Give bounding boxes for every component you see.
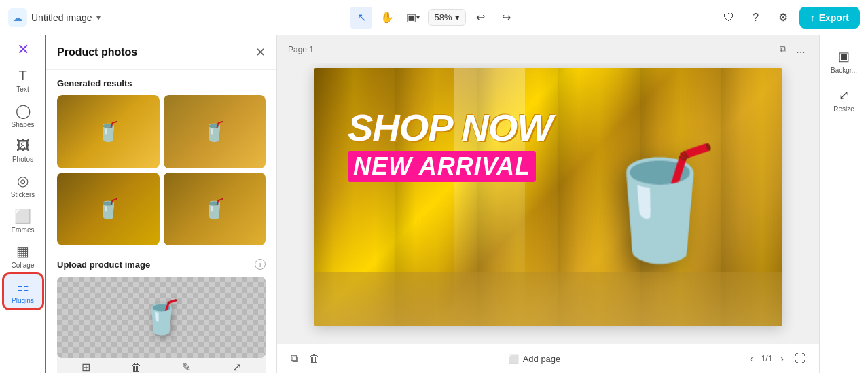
toolbar-left: ☁ Untitled image ▾ — [8, 8, 345, 27]
sidebar-icons: ✕ T Text ◯ Shapes 🖼 Photos ◎ Stickers ⬜ … — [0, 35, 46, 373]
canvas-actions: ⧉ … — [777, 41, 808, 58]
bottom-bar-center: ⬜ Add page — [503, 351, 566, 367]
product-milkshake: 🥤 — [592, 140, 728, 268]
canvas-bottom-bar: ⧉ 🗑 ⬜ Add page ‹ 1/1 › ⛶ — [277, 344, 819, 373]
toolbar-center: ↖ ✋ ▣ ▾ 58% ▾ ↩ ↪ — [350, 7, 517, 29]
upload-section: Upload product image i 🥤 ⊞ 🗑 ✎ ⤢ — [57, 259, 266, 373]
add-page-label: Add page — [523, 354, 561, 364]
canvas-more-button[interactable]: … — [793, 41, 808, 58]
bottom-bar-left: ⧉ 🗑 — [288, 350, 323, 368]
upload-title: Upload product image — [57, 260, 150, 270]
canvas-text-overlay: SHOP NOW NEW ARRIVAL — [348, 109, 552, 182]
collage-icon: ▦ — [16, 243, 29, 260]
cursor-tool-button[interactable]: ↖ — [350, 7, 372, 29]
background-label: Backgr... — [831, 67, 857, 74]
plugin-panel: Product photos ✕ Generated results 🥤 🥤 — [46, 35, 277, 373]
add-page-button[interactable]: ⬜ Add page — [503, 351, 566, 367]
product-image: 🥤 — [141, 298, 182, 336]
page-copy-button[interactable]: ⧉ — [288, 350, 301, 368]
panel-header: Product photos ✕ — [46, 35, 276, 70]
sidebar-item-label-plugins: Plugins — [12, 297, 34, 304]
prev-page-button[interactable]: ‹ — [746, 351, 757, 367]
main-layout: ✕ T Text ◯ Shapes 🖼 Photos ◎ Stickers ⬜ … — [0, 35, 868, 373]
milkshake-thumb-1: 🥤 — [96, 120, 120, 143]
zoom-level: 58% — [434, 12, 452, 22]
fit-page-button[interactable]: ⛶ — [792, 350, 808, 368]
generated-thumb-2[interactable]: 🥤 — [164, 95, 266, 168]
document-title: Untitled image — [31, 12, 92, 23]
right-panel-resize[interactable]: ⤢ Resize — [825, 82, 864, 118]
export-button[interactable]: ↑ Export — [799, 7, 860, 29]
canva-logo[interactable]: ✕ — [17, 41, 29, 58]
sidebar-item-plugins[interactable]: ⚏ Plugins — [4, 274, 42, 308]
hand-tool-button[interactable]: ✋ — [376, 7, 398, 29]
text-icon: T — [18, 68, 26, 84]
edit-button[interactable]: ✎ — [163, 358, 211, 373]
right-panel-background[interactable]: ▣ Backgr... — [825, 43, 864, 79]
frames-icon: ⬜ — [14, 208, 31, 224]
stickers-icon: ◎ — [17, 173, 29, 189]
frame-tool-button[interactable]: ▣ ▾ — [402, 7, 424, 29]
canvas-copy-button[interactable]: ⧉ — [777, 41, 789, 58]
generated-thumb-1[interactable]: 🥤 — [57, 95, 160, 168]
background-icon: ▣ — [838, 49, 850, 64]
right-panel: ▣ Backgr... ⤢ Resize — [819, 35, 868, 373]
milkshake-thumb-3: 🥤 — [96, 198, 120, 220]
redo-button[interactable]: ↪ — [496, 7, 518, 29]
add-page-icon: ⬜ — [508, 354, 519, 364]
page-label: Page 1 — [288, 45, 314, 54]
panel-title: Product photos — [57, 46, 137, 58]
doc-icon: ☁ — [8, 8, 27, 27]
sidebar-item-label-photos: Photos — [12, 156, 33, 163]
toolbar: ☁ Untitled image ▾ ↖ ✋ ▣ ▾ 58% ▾ ↩ ↪ 🛡 ?… — [0, 0, 868, 35]
milkshake-thumb-2: 🥤 — [202, 120, 226, 143]
sidebar-item-label-stickers: Stickers — [11, 191, 35, 198]
canvas-floor — [314, 272, 782, 326]
sidebar-item-label-shapes: Shapes — [12, 121, 35, 128]
generated-thumb-3[interactable]: 🥤 — [57, 173, 160, 246]
canvas-area: Page 1 ⧉ … SHOP NOW NEW ARRIVAL 🥤 — [277, 35, 819, 373]
shapes-icon: ◯ — [16, 103, 31, 119]
canvas-toolbar: Page 1 ⧉ … — [277, 35, 819, 63]
sidebar-item-frames[interactable]: ⬜ Frames — [4, 204, 42, 238]
next-page-button[interactable]: › — [776, 351, 788, 367]
sidebar-item-label-collage: Collage — [12, 262, 35, 269]
panel-close-button[interactable]: ✕ — [255, 45, 266, 60]
shield-button[interactable]: 🛡 — [718, 7, 740, 29]
sidebar-item-stickers[interactable]: ◎ Stickers — [4, 168, 42, 202]
page-delete-button[interactable]: 🗑 — [306, 350, 323, 368]
undo-button[interactable]: ↩ — [470, 7, 492, 29]
generated-results-title: Generated results — [57, 78, 266, 88]
upload-area[interactable]: 🥤 — [57, 277, 266, 358]
canvas-viewport[interactable]: SHOP NOW NEW ARRIVAL 🥤 — [277, 63, 819, 344]
toolbar-right: 🛡 ? ⚙ ↑ Export — [523, 7, 860, 29]
generated-thumb-4[interactable]: 🥤 — [164, 173, 266, 246]
info-icon[interactable]: i — [255, 259, 266, 270]
export-icon: ↑ — [810, 12, 815, 23]
settings-button[interactable]: ⚙ — [772, 7, 794, 29]
milkshake-thumb-4: 🥤 — [202, 198, 226, 220]
shop-now-text: SHOP NOW — [348, 109, 552, 147]
zoom-chevron: ▾ — [455, 12, 460, 22]
new-arrival-text: NEW ARRIVAL — [348, 151, 536, 182]
upload-header: Upload product image i — [57, 259, 266, 270]
sidebar-item-label-text: Text — [16, 86, 29, 93]
page-indicator: 1/1 — [761, 354, 773, 363]
sidebar-item-shapes[interactable]: ◯ Shapes — [4, 99, 42, 132]
generated-grid: 🥤 🥤 🥤 🥤 — [57, 95, 266, 245]
zoom-control[interactable]: 58% ▾ — [428, 9, 465, 26]
canvas-frame: SHOP NOW NEW ARRIVAL 🥤 — [314, 68, 782, 326]
help-button[interactable]: ? — [745, 7, 767, 29]
plugins-icon: ⚏ — [17, 279, 29, 295]
sidebar-item-photos[interactable]: 🖼 Photos — [4, 134, 42, 167]
sidebar-item-label-frames: Frames — [12, 226, 35, 234]
photos-icon: 🖼 — [16, 138, 30, 154]
resize-icon: ⤢ — [839, 88, 849, 103]
delete-upload-button[interactable]: 🗑 — [113, 358, 160, 373]
sidebar-item-text[interactable]: T Text — [4, 64, 42, 97]
bottom-bar-right: ‹ 1/1 › ⛶ — [746, 350, 808, 368]
title-chevron[interactable]: ▾ — [96, 13, 101, 22]
scan-button[interactable]: ⊞ — [62, 358, 110, 373]
expand-button[interactable]: ⤢ — [213, 358, 260, 373]
sidebar-item-collage[interactable]: ▦ Collage — [4, 239, 42, 273]
